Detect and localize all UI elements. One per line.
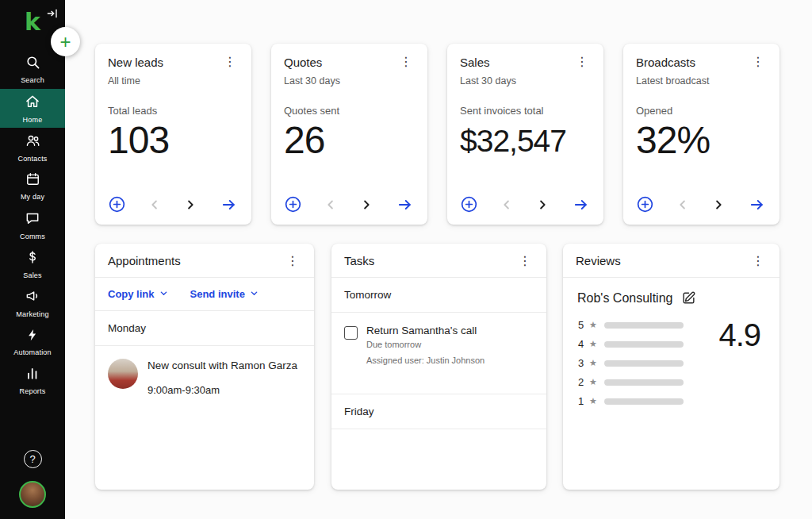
sidebar-nav: Search Home Contacts My day Comms Sales … <box>0 50 65 400</box>
chevron-right-icon[interactable] <box>359 198 373 212</box>
sidebar-item-label: Search <box>21 76 44 84</box>
card-footer <box>108 195 239 213</box>
chevron-left-icon[interactable] <box>147 198 162 212</box>
card-title: Quotes <box>284 56 322 69</box>
tasks-card: Tasks ⋮ Tomorrow Return Samantha's call … <box>331 244 546 490</box>
arrow-right-icon[interactable] <box>395 197 415 213</box>
metric-value: 26 <box>284 118 415 162</box>
metric-label: Total leads <box>108 105 239 117</box>
task-section-header: Friday <box>331 394 546 429</box>
kebab-menu-icon[interactable]: ⋮ <box>284 255 301 267</box>
sidebar-item-automation[interactable]: Automation <box>0 322 65 361</box>
sidebar-item-comms[interactable]: Comms <box>0 206 65 244</box>
card-footer <box>284 195 415 213</box>
metric-value: 103 <box>108 118 239 162</box>
appointments-card: Appointments ⋮ Copy link Send invite Mon… <box>95 244 314 490</box>
sidebar-bottom: ? <box>0 450 65 508</box>
metric-label: Quotes sent <box>284 105 415 117</box>
star-icon: ★ <box>589 377 597 387</box>
sidebar-item-reports[interactable]: Reports <box>0 361 65 400</box>
sidebar-item-sales[interactable]: Sales <box>0 244 65 283</box>
metric-value: 32% <box>636 118 767 162</box>
sidebar-expand-icon[interactable] <box>47 8 59 19</box>
reviews-card: Reviews ⋮ Rob's Consulting 5 ★ 4 ★ 3 ★ <box>563 244 779 490</box>
card-footer <box>636 195 767 213</box>
star-icon: ★ <box>589 320 597 330</box>
rating-bar-track <box>604 398 684 405</box>
sidebar-item-label: Comms <box>20 233 45 240</box>
copy-link-button[interactable]: Copy link <box>108 288 168 300</box>
panel-title: Reviews <box>576 254 621 267</box>
kebab-menu-icon[interactable]: ⋮ <box>397 56 415 68</box>
calendar-icon <box>25 171 40 190</box>
sidebar-item-marketing[interactable]: Marketing <box>0 283 65 322</box>
card-title: Broadcasts <box>636 56 695 69</box>
add-circle-icon[interactable] <box>460 195 478 213</box>
arrow-right-icon[interactable] <box>571 197 591 213</box>
chevron-right-icon[interactable] <box>535 198 550 212</box>
task-assigned-user: Assigned user: Justin Johnson <box>366 356 485 365</box>
card-footer <box>460 195 591 213</box>
help-icon[interactable]: ? <box>24 450 42 468</box>
quick-add-button[interactable]: + <box>51 27 80 56</box>
rating-row: 3 ★ <box>577 357 765 369</box>
appointment-item[interactable]: New consult with Ramon Garza 9:00am-9:30… <box>95 346 314 409</box>
day-header: Monday <box>95 311 314 346</box>
metric-label: Sent invoices total <box>460 105 591 117</box>
task-item[interactable]: Return Samantha's call Due tomorrow Assi… <box>331 313 546 394</box>
lightning-icon <box>25 328 40 345</box>
appointment-title: New consult with Ramon Garza <box>147 359 297 374</box>
kebab-menu-icon[interactable]: ⋮ <box>221 56 239 68</box>
star-icon: ★ <box>589 339 597 349</box>
plus-icon: + <box>59 31 71 53</box>
add-circle-icon[interactable] <box>636 195 654 213</box>
arrow-right-icon[interactable] <box>219 197 239 213</box>
stat-card-new-leads: New leads ⋮ All time Total leads 103 <box>95 44 251 225</box>
sidebar-item-search[interactable]: Search <box>0 50 65 89</box>
chevron-down-icon <box>250 288 259 300</box>
star-count-label: 1 <box>577 395 584 407</box>
stat-card-quotes: Quotes ⋮ Last 30 days Quotes sent 26 <box>271 44 427 225</box>
chevron-left-icon[interactable] <box>324 198 338 212</box>
rating-bar-track <box>604 341 684 348</box>
home-icon <box>25 94 40 113</box>
sidebar-item-home[interactable]: Home <box>0 89 65 128</box>
star-count-label: 4 <box>577 338 584 350</box>
chevron-down-icon <box>159 288 168 300</box>
panel-title: Tasks <box>344 254 374 267</box>
chevron-left-icon[interactable] <box>676 198 690 212</box>
stat-card-broadcasts: Broadcasts ⋮ Latest broadcast Opened 32% <box>623 44 779 225</box>
card-period: Latest broadcast <box>636 75 767 86</box>
dollar-icon <box>25 249 40 268</box>
edit-icon[interactable] <box>681 290 696 306</box>
sidebar-item-label: Marketing <box>16 310 48 318</box>
card-period: All time <box>108 75 239 86</box>
sidebar-item-label: Automation <box>13 348 52 356</box>
sidebar-item-contacts[interactable]: Contacts <box>0 128 65 167</box>
kebab-menu-icon[interactable]: ⋮ <box>749 255 767 267</box>
panel-title: Appointments <box>108 254 181 267</box>
arrow-right-icon[interactable] <box>747 197 767 213</box>
add-circle-icon[interactable] <box>108 195 126 213</box>
card-title: New leads <box>108 56 163 69</box>
kebab-menu-icon[interactable]: ⋮ <box>749 56 767 68</box>
kebab-menu-icon[interactable]: ⋮ <box>573 56 591 68</box>
user-avatar[interactable] <box>19 481 46 508</box>
kebab-menu-icon[interactable]: ⋮ <box>516 255 534 267</box>
sidebar-item-label: Sales <box>23 271 42 279</box>
chevron-left-icon[interactable] <box>500 198 514 212</box>
add-circle-icon[interactable] <box>284 195 302 213</box>
metric-value: $32,547 <box>460 124 591 159</box>
chevron-right-icon[interactable] <box>711 198 726 212</box>
chevron-right-icon[interactable] <box>183 198 197 212</box>
card-title: Sales <box>460 56 490 69</box>
card-period: Last 30 days <box>460 75 591 86</box>
sidebar-item-my-day[interactable]: My day <box>0 167 65 206</box>
sidebar-item-label: My day <box>21 193 44 201</box>
appointments-actions: Copy link Send invite <box>95 278 314 311</box>
send-invite-button[interactable]: Send invite <box>190 288 259 300</box>
sidebar-item-label: Home <box>23 116 43 124</box>
task-checkbox[interactable] <box>344 326 358 340</box>
star-icon: ★ <box>589 396 597 406</box>
rating-bar-track <box>604 379 684 386</box>
